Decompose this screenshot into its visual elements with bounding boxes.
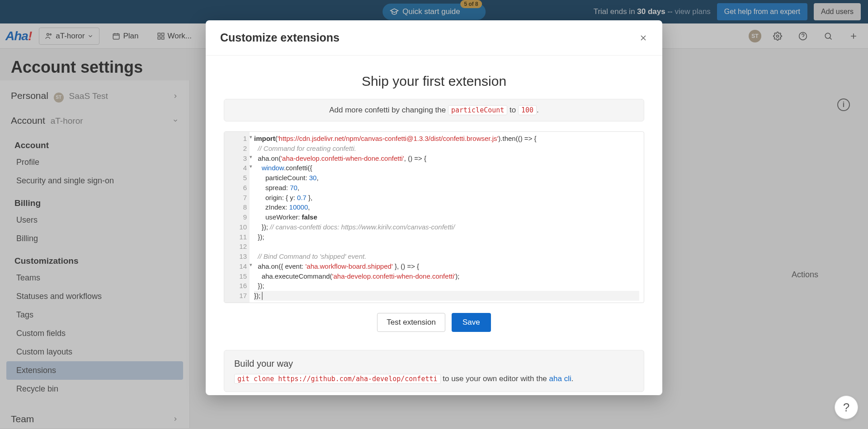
editor-content[interactable]: import('https://cdn.jsdelivr.net/npm/can… — [250, 132, 644, 303]
code-editor[interactable]: 1234567891011121314151617 import('https:… — [224, 131, 644, 303]
ship-extension-heading: Ship your first extension — [224, 74, 644, 89]
close-icon — [639, 33, 648, 42]
hint-banner: Add more confetti by changing the partic… — [224, 99, 644, 121]
aha-cli-link[interactable]: aha cli — [549, 374, 571, 383]
test-extension-button[interactable]: Test extension — [377, 313, 445, 332]
build-heading: Build your way — [234, 359, 634, 369]
help-fab-button[interactable]: ? — [835, 396, 858, 419]
modal-title: Customize extensions — [220, 31, 340, 44]
editor-gutter: 1234567891011121314151617 — [224, 132, 250, 303]
customize-extensions-modal: Customize extensions Ship your first ext… — [206, 20, 662, 395]
git-clone-command: git clone https://github.com/aha-develop… — [234, 374, 441, 384]
build-your-way-box: Build your way git clone https://github.… — [224, 350, 644, 392]
modal-body[interactable]: Ship your first extension Add more confe… — [206, 56, 662, 395]
modal-close-button[interactable] — [639, 33, 648, 42]
save-button[interactable]: Save — [452, 313, 491, 332]
